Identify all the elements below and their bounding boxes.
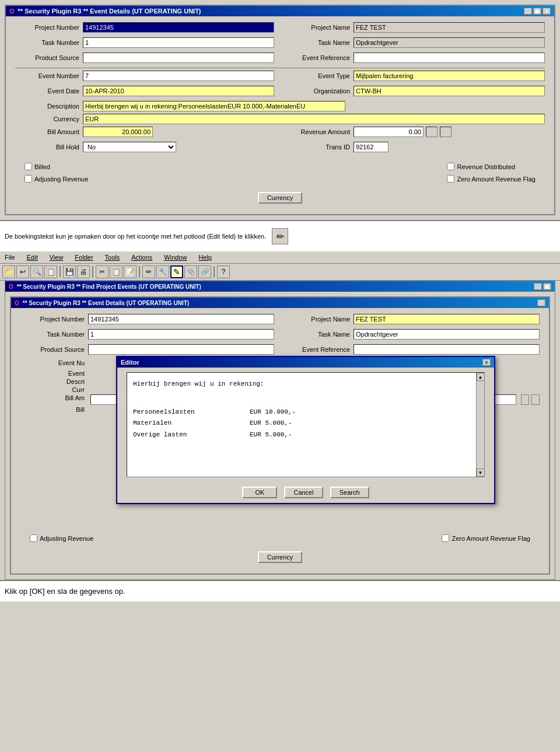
inner-task-number-label: Task Number (20, 331, 85, 338)
toolbar-cut[interactable]: ✂ (96, 265, 108, 278)
toolbar-help[interactable]: ? (217, 265, 230, 278)
dialog-scrollbar[interactable]: ▲ ▼ (476, 373, 484, 477)
project-name-input[interactable] (354, 22, 545, 33)
trans-id-label: Trans ID (286, 144, 350, 151)
bill-amount-row: Bill Amount (15, 127, 274, 137)
revenue-amount-input[interactable] (354, 127, 424, 137)
description-input[interactable] (83, 101, 345, 111)
inner-adjusting-row: Adjusting Revenue (30, 534, 93, 542)
inner-curr-label: Curr (20, 386, 85, 393)
top-event-details-window: O ** Security Plugin R3 ** Event Details… (5, 5, 555, 215)
inner-task-name-input[interactable] (354, 329, 540, 340)
inner-minimize[interactable]: _ (537, 299, 545, 306)
toolbar-link[interactable]: 🔗 (198, 265, 211, 278)
inner-project-name-input[interactable] (354, 314, 540, 324)
inner-event-reference-input[interactable] (354, 344, 540, 355)
product-source-input[interactable] (83, 53, 274, 63)
event-type-input[interactable] (354, 71, 545, 81)
dialog-search-button[interactable]: Search (330, 487, 369, 498)
adjusting-revenue-checkbox[interactable] (24, 175, 32, 183)
inner-product-source-row: Product Source (20, 344, 274, 355)
toolbar-edit[interactable]: ✏ (142, 265, 155, 278)
event-date-input[interactable] (83, 86, 274, 96)
dialog-line2-amount: EUR 10.000,- (250, 407, 296, 418)
event-date-label: Event Date (15, 88, 79, 95)
description-label: Description (15, 103, 79, 110)
dialog-line2-label: Personeelslasten (133, 407, 250, 418)
dialog-close-button[interactable]: × (482, 359, 491, 366)
dialog-content-wrapper: Hierbij brengen wij u in rekening: Perso… (122, 372, 489, 477)
menu-edit[interactable]: Edit (24, 253, 40, 262)
event-number-input[interactable] (83, 71, 274, 81)
trans-id-input[interactable] (354, 142, 388, 152)
form-grid-2: Event Number Event Type Event Date Organ… (15, 71, 545, 99)
trans-id-row: Trans ID (286, 142, 545, 152)
inner-project-name-row: Project Name (286, 314, 540, 324)
event-reference-label: Event Reference (286, 54, 350, 61)
dialog-content[interactable]: Hierbij brengen wij u in rekening: Perso… (127, 372, 485, 477)
toolbar-undo[interactable]: ↩ (16, 265, 29, 278)
find-titlebar-buttons: _ ▣ (534, 283, 551, 290)
minimize-button[interactable]: _ (524, 8, 532, 15)
task-name-row: Task Name (286, 37, 545, 48)
restore-button[interactable]: ▣ (533, 8, 541, 15)
task-name-input[interactable] (354, 37, 545, 48)
toolbar-attach[interactable]: 📎 (184, 265, 197, 278)
toolbar-print[interactable]: 🖨 (77, 265, 90, 278)
menu-actions[interactable]: Actions (129, 253, 155, 262)
organization-row: Organization (286, 86, 545, 96)
menu-view[interactable]: View (47, 253, 66, 262)
inner-adjusting-checkbox[interactable] (30, 534, 37, 542)
toolbar-edit-field[interactable]: ✎ (170, 265, 183, 278)
inner-project-number-input[interactable] (88, 314, 274, 324)
find-restore[interactable]: ▣ (543, 283, 551, 290)
checkbox-section: Billed Adjusting Revenue Revenue Distrib… (15, 158, 545, 187)
toolbar-edit2[interactable]: 🔧 (156, 265, 169, 278)
dialog-titlebar: Editor × (117, 357, 494, 368)
inner-task-number-input[interactable] (88, 329, 274, 340)
toolbar-print-preview[interactable]: 📋 (44, 265, 57, 278)
toolbar: 📁 ↩ 🔍 📋 💾 🖨 ✂ 📋 📝 ✏ 🔧 ✎ 📎 🔗 ? (0, 264, 560, 281)
inner-zero-checkbox[interactable] (442, 534, 449, 542)
menu-file[interactable]: File (2, 253, 18, 262)
inner-task-name-label: Task Name (286, 331, 350, 338)
task-number-input[interactable] (83, 37, 274, 48)
find-minimize[interactable]: _ (534, 283, 542, 290)
currency-input[interactable] (83, 114, 545, 124)
event-number-row: Event Number (15, 71, 274, 81)
inner-currency-button[interactable]: Currency (258, 551, 303, 563)
menu-folder[interactable]: Folder (72, 253, 95, 262)
revenue-distributed-checkbox[interactable] (447, 163, 454, 170)
toolbar-search[interactable]: 🔍 (30, 265, 43, 278)
dialog-title: Editor (121, 359, 139, 366)
bill-hold-select[interactable]: No Yes (83, 142, 176, 152)
dialog-cancel-button[interactable]: Cancel (284, 487, 323, 498)
inner-event-reference-label: Event Reference (286, 346, 350, 353)
toolbar-sep4 (214, 266, 215, 278)
inner-product-source-input[interactable] (88, 344, 274, 355)
project-number-input[interactable] (83, 22, 274, 33)
organization-input[interactable] (354, 86, 545, 96)
menu-tools[interactable]: Tools (103, 253, 123, 262)
billed-checkbox[interactable] (24, 163, 32, 170)
toolbar-save[interactable]: 💾 (63, 265, 76, 278)
middle-text-content: De boekingstekst kun je opmaken door op … (5, 233, 266, 240)
inner-adjusting-label: Adjusting Revenue (40, 535, 93, 542)
toolbar-copy[interactable]: 📋 (110, 265, 123, 278)
close-button[interactable]: × (542, 8, 551, 15)
toolbar-new[interactable]: 📁 (2, 265, 15, 278)
toolbar-paste[interactable]: 📝 (124, 265, 136, 278)
menu-help[interactable]: Help (196, 253, 214, 262)
dialog-text: Hierbij brengen wij u in rekening: Perso… (133, 379, 478, 441)
dialog-spacer (133, 395, 478, 407)
currency-button[interactable]: Currency (258, 192, 303, 204)
dialog-line4: Overige lasten EUR 5.000,- (133, 429, 478, 441)
dialog-ok-button[interactable]: OK (242, 487, 277, 498)
scroll-down-button[interactable]: ▼ (477, 468, 485, 477)
bill-amount-input[interactable] (83, 127, 153, 137)
menu-window[interactable]: Window (162, 253, 189, 262)
scroll-up-button[interactable]: ▲ (477, 373, 485, 381)
event-reference-input[interactable] (354, 53, 545, 63)
pencil-icon[interactable]: ✏ (272, 228, 288, 244)
zero-amount-checkbox[interactable] (447, 175, 454, 183)
